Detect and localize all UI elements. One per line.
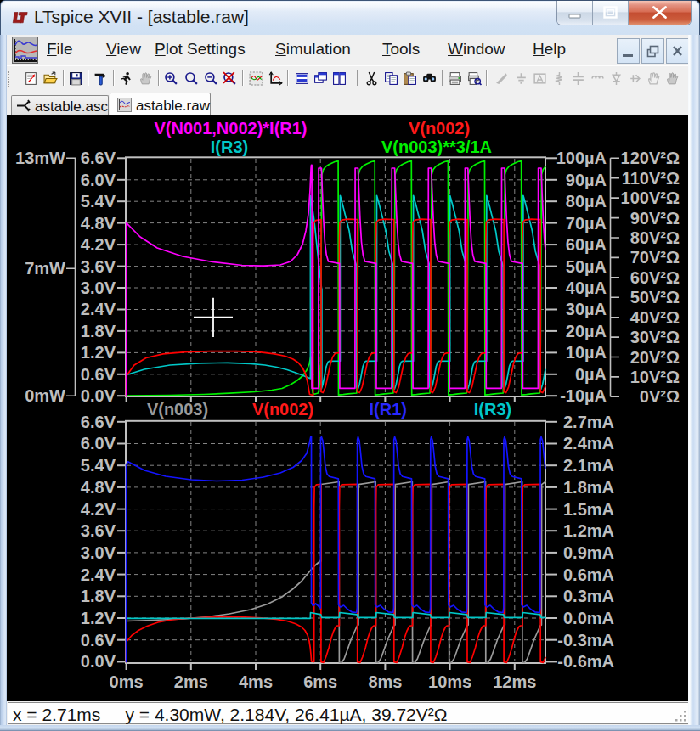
- svg-text:6ms: 6ms: [303, 672, 337, 691]
- svg-text:60µA: 60µA: [566, 235, 607, 254]
- svg-text:1.5mA: 1.5mA: [563, 500, 614, 519]
- svg-text:50µA: 50µA: [566, 257, 607, 276]
- svg-text:80µA: 80µA: [566, 192, 607, 211]
- svg-text:2.7mA: 2.7mA: [563, 413, 614, 431]
- svg-text:120V²Ω: 120V²Ω: [621, 149, 680, 167]
- svg-text:10ms: 10ms: [428, 672, 471, 691]
- svg-text:4.8V: 4.8V: [81, 214, 116, 233]
- svg-text:4.2V: 4.2V: [81, 500, 116, 519]
- svg-text:2.4mA: 2.4mA: [563, 434, 614, 453]
- svg-text:6.0V: 6.0V: [81, 434, 116, 453]
- svg-text:30V²Ω: 30V²Ω: [630, 328, 680, 346]
- svg-text:1.8V: 1.8V: [81, 322, 116, 340]
- svg-text:V(N001,N002)*I(R1): V(N001,N002)*I(R1): [154, 119, 307, 138]
- svg-text:I(R1): I(R1): [369, 400, 406, 419]
- svg-text:2.1mA: 2.1mA: [563, 456, 614, 475]
- svg-text:I(R3): I(R3): [474, 400, 511, 419]
- svg-text:60V²Ω: 60V²Ω: [630, 268, 680, 287]
- svg-text:0V²Ω: 0V²Ω: [640, 387, 680, 406]
- svg-text:1.8V: 1.8V: [81, 587, 116, 605]
- svg-text:7mW: 7mW: [25, 259, 65, 278]
- svg-text:8ms: 8ms: [368, 672, 402, 691]
- svg-text:3.6V: 3.6V: [81, 521, 116, 540]
- svg-text:12ms: 12ms: [493, 672, 536, 691]
- svg-text:110V²Ω: 110V²Ω: [622, 169, 680, 188]
- svg-text:5.4V: 5.4V: [81, 192, 116, 211]
- svg-text:10V²Ω: 10V²Ω: [630, 368, 680, 386]
- svg-text:5.4V: 5.4V: [81, 456, 116, 475]
- svg-text:V(n002): V(n002): [252, 400, 313, 419]
- svg-text:4.8V: 4.8V: [81, 478, 116, 497]
- svg-text:2.4V: 2.4V: [81, 300, 116, 318]
- svg-text:V(n003)**3/1A: V(n003)**3/1A: [381, 138, 492, 156]
- svg-text:1.2V: 1.2V: [81, 609, 116, 627]
- svg-text:40V²Ω: 40V²Ω: [630, 308, 680, 327]
- svg-text:13mW: 13mW: [15, 149, 65, 167]
- svg-text:0.6V: 0.6V: [81, 365, 116, 384]
- svg-text:90µA: 90µA: [566, 171, 607, 189]
- svg-text:20V²Ω: 20V²Ω: [630, 348, 680, 367]
- svg-text:1.2mA: 1.2mA: [563, 521, 614, 540]
- svg-text:30µA: 30µA: [566, 300, 607, 318]
- svg-text:20µA: 20µA: [566, 322, 607, 340]
- svg-text:-0.3mA: -0.3mA: [557, 631, 614, 649]
- svg-text:40µA: 40µA: [566, 278, 607, 297]
- svg-text:6.6V: 6.6V: [81, 149, 116, 167]
- svg-text:0.9mA: 0.9mA: [563, 543, 614, 562]
- svg-text:70V²Ω: 70V²Ω: [630, 248, 680, 267]
- svg-text:2.4V: 2.4V: [81, 565, 116, 584]
- svg-text:-0.6mA: -0.6mA: [557, 652, 614, 671]
- svg-text:80V²Ω: 80V²Ω: [630, 228, 680, 247]
- svg-text:3.0V: 3.0V: [81, 543, 116, 562]
- svg-text:0.0mA: 0.0mA: [563, 609, 614, 627]
- svg-text:6.6V: 6.6V: [81, 413, 116, 431]
- svg-text:4.2V: 4.2V: [81, 235, 116, 254]
- svg-text:100V²Ω: 100V²Ω: [621, 188, 680, 207]
- svg-text:3.6V: 3.6V: [81, 257, 116, 276]
- svg-text:100µA: 100µA: [556, 149, 607, 167]
- svg-text:0µA: 0µA: [575, 365, 607, 384]
- svg-text:4ms: 4ms: [239, 672, 273, 691]
- svg-text:50V²Ω: 50V²Ω: [630, 288, 680, 306]
- svg-text:-10µA: -10µA: [560, 386, 607, 405]
- svg-text:V(n002): V(n002): [409, 119, 470, 138]
- svg-text:2ms: 2ms: [174, 672, 208, 691]
- svg-text:0ms: 0ms: [110, 672, 144, 691]
- svg-text:0.0V: 0.0V: [81, 386, 116, 405]
- svg-text:0.6mA: 0.6mA: [563, 565, 614, 584]
- svg-text:10µA: 10µA: [566, 343, 607, 362]
- svg-text:90V²Ω: 90V²Ω: [630, 209, 680, 228]
- svg-text:0mW: 0mW: [25, 386, 65, 405]
- svg-text:0.3mA: 0.3mA: [563, 587, 614, 605]
- svg-text:1.8mA: 1.8mA: [563, 478, 614, 497]
- svg-text:6.0V: 6.0V: [81, 171, 116, 189]
- svg-text:0.0V: 0.0V: [81, 652, 116, 671]
- svg-text:I(R3): I(R3): [211, 138, 248, 156]
- svg-text:3.0V: 3.0V: [81, 278, 116, 297]
- svg-text:1.2V: 1.2V: [81, 343, 116, 362]
- svg-text:0.6V: 0.6V: [81, 631, 116, 649]
- svg-text:70µA: 70µA: [566, 214, 607, 233]
- svg-text:V(n003): V(n003): [147, 400, 208, 419]
